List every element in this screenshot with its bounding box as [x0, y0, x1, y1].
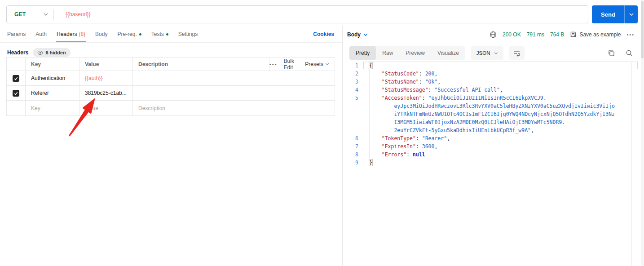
column-header-description: Description: [133, 58, 269, 71]
more-icon[interactable]: •••: [269, 62, 278, 67]
code-text: "StatusName": "Ok",: [363, 78, 441, 86]
wrap-text-button[interactable]: [509, 46, 525, 60]
hidden-headers-count: 6 hidden: [45, 50, 66, 55]
response-toolbar: PrettyRawPreviewVisualize JSON: [343, 43, 641, 63]
presets-dropdown[interactable]: Presets: [305, 61, 329, 67]
tab-headers[interactable]: Headers(8): [57, 26, 85, 42]
header-value-cell[interactable]: 3819bc25-c1ab...: [79, 86, 133, 100]
code-text: }: [363, 159, 372, 167]
tab-body[interactable]: Body: [95, 26, 107, 42]
header-description-cell[interactable]: [133, 86, 335, 100]
bulk-edit-button[interactable]: Bulk Edit: [284, 58, 299, 71]
new-description-input[interactable]: Description: [133, 101, 335, 115]
tab-params[interactable]: Params: [7, 26, 26, 42]
tab-auth[interactable]: Auth: [35, 26, 47, 42]
postman-app: GET {{baseurl}} Send ParamsAuthHeaders(8…: [0, 0, 644, 266]
header-key-cell[interactable]: Authentication: [26, 71, 79, 85]
code-text: eyJpc3MiOiJodHRwczovL3Rlc3RvYXV0aC5leHBy…: [363, 102, 615, 110]
code-text: 2euYrCZVkFt-5yGxu5kaDdhisIiUEnLbkUCpR3f_…: [363, 126, 534, 134]
code-line: 4 "StatusMessage": "Successful API call"…: [343, 86, 638, 94]
tab-tests[interactable]: Tests: [151, 26, 168, 42]
tab-settings[interactable]: Settings: [178, 26, 198, 42]
page-scrollbar-thumb[interactable]: [641, 1, 644, 58]
status-dot: [166, 33, 168, 35]
line-number: 5: [343, 94, 363, 102]
row-checkbox[interactable]: [13, 90, 19, 97]
status-code: 200 OK: [503, 31, 521, 38]
column-header-key: Key: [26, 58, 79, 71]
save-icon: [570, 31, 577, 38]
column-header-value: Value: [79, 58, 133, 71]
tab-label: Auth: [35, 31, 47, 37]
more-icon[interactable]: •••: [626, 32, 635, 37]
tab-prereq[interactable]: Pre-req.: [117, 26, 141, 42]
view-tab-raw[interactable]: Raw: [376, 46, 399, 60]
cookies-link[interactable]: Cookies: [313, 26, 334, 42]
row-checkbox-cell: [7, 86, 26, 100]
line-number: [343, 102, 363, 110]
method-selector[interactable]: GET: [7, 6, 53, 23]
send-button[interactable]: Send: [592, 5, 624, 23]
editor-scrollbar-track[interactable]: [631, 62, 632, 266]
code-line: 6 "TokenType": "Bearer",: [343, 134, 638, 142]
row-checkbox-cell: [7, 71, 26, 85]
table-actions: ••• Bulk Edit Presets: [269, 58, 335, 71]
view-tab-preview[interactable]: Preview: [399, 46, 431, 60]
response-body-viewer[interactable]: 1{2 "StatusCode": 200,3 "StatusName": "O…: [343, 62, 638, 167]
chevron-down-icon: [494, 52, 498, 54]
row-checkbox-cell: [7, 101, 26, 115]
line-number: [343, 118, 363, 126]
method-label: GET: [14, 11, 26, 18]
copy-icon[interactable]: [608, 49, 615, 57]
code-text: "ExpiresIn": 3600,: [363, 142, 437, 151]
view-tab-visualize[interactable]: Visualize: [431, 46, 465, 60]
new-key-input[interactable]: Key: [26, 101, 79, 115]
search-icon[interactable]: [626, 49, 633, 57]
chevron-down-icon: [629, 13, 634, 16]
table-row: Referer3819bc25-c1ab...: [7, 86, 335, 101]
response-body-label: Body: [347, 31, 361, 38]
line-number: 6: [343, 134, 363, 142]
code-text: "TokenType": "Bearer",: [363, 134, 450, 142]
page-scrollbar[interactable]: [641, 0, 644, 266]
language-label: JSON: [476, 50, 490, 56]
header-key-cell[interactable]: Referer: [26, 86, 79, 100]
code-tools: [608, 43, 633, 63]
code-line: 3 "StatusName": "Ok",: [343, 78, 638, 86]
table-row: Authentication{{auth}}: [7, 71, 335, 86]
code-text: iYTRkNTFmNmUzNWU1OTc4OCIsImF1ZCI6Ijg0YWQ…: [363, 110, 615, 118]
line-number: 8: [343, 151, 363, 159]
wrap-text-icon: [513, 49, 520, 57]
headers-table: Key Value Description ••• Bulk Edit Pres…: [6, 57, 335, 116]
code-line: 8 "Errors": null: [343, 151, 638, 159]
chevron-down-icon: [363, 33, 368, 36]
indent-guide: [369, 70, 370, 159]
header-description-cell[interactable]: [133, 71, 335, 85]
send-split-button: Send: [592, 5, 638, 23]
response-time: 791 ms: [527, 31, 544, 38]
line-number: [343, 126, 363, 134]
code-line: 7 "ExpiresIn": 3600,: [343, 142, 638, 151]
send-options-button[interactable]: [624, 5, 638, 23]
tab-label: Params: [7, 31, 26, 37]
line-number: 7: [343, 142, 363, 151]
row-checkbox[interactable]: [13, 75, 19, 82]
code-text: I3MGM5IiwiaWF0IjoxNzA2MDE0MzQ0LCJleHAiOj…: [363, 118, 565, 126]
code-text: "StatusCode": 200,: [363, 70, 437, 78]
url-input[interactable]: {{baseurl}}: [54, 11, 90, 18]
code-text: "AccessToken": "eyJhbGciOiJIUzI1NiIsInR5…: [363, 94, 547, 102]
header-value-cell[interactable]: {{auth}}: [79, 71, 133, 85]
tab-label: Settings: [178, 31, 198, 37]
hidden-headers-toggle[interactable]: 6 hidden: [33, 48, 70, 57]
globe-icon[interactable]: [490, 31, 497, 38]
new-value-input[interactable]: Value: [79, 101, 133, 115]
save-as-example-button[interactable]: Save as example: [570, 31, 621, 38]
response-body-dropdown[interactable]: Body: [347, 31, 368, 38]
new-header-row: KeyValueDescription: [7, 101, 335, 115]
code-line: 1{: [343, 62, 638, 70]
view-tab-pretty[interactable]: Pretty: [349, 46, 376, 60]
request-url-bar: GET {{baseurl}}: [6, 5, 588, 23]
language-dropdown[interactable]: JSON: [471, 46, 503, 60]
checkbox-check-icon: [13, 91, 18, 96]
code-line: 5 "AccessToken": "eyJhbGciOiJIUzI1NiIsIn…: [343, 94, 638, 102]
